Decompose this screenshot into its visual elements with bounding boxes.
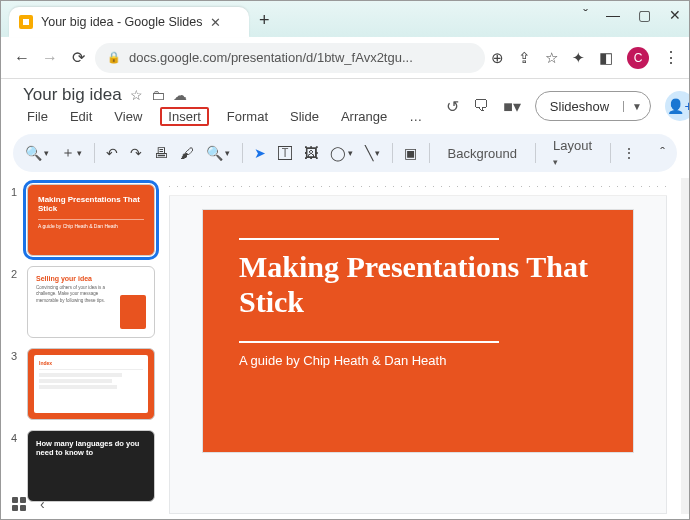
vertical-scrollbar[interactable] bbox=[681, 178, 689, 514]
book-graphic-icon bbox=[120, 295, 146, 329]
menu-format[interactable]: Format bbox=[223, 107, 272, 126]
lock-icon: 🔒 bbox=[107, 51, 121, 64]
workspace: 1 Making Presentations That Stick A guid… bbox=[1, 178, 689, 514]
shape-icon[interactable]: ◯▾ bbox=[330, 145, 353, 161]
hide-menus-icon[interactable]: ˆ bbox=[660, 145, 665, 161]
transition-icon[interactable]: ▣ bbox=[404, 145, 417, 161]
menu-more[interactable]: … bbox=[405, 107, 426, 126]
thumbnail-row[interactable]: 4 How many languages do you need to know… bbox=[11, 430, 161, 502]
close-window-button[interactable]: ✕ bbox=[669, 7, 681, 23]
star-icon[interactable]: ☆ bbox=[130, 87, 143, 103]
tab-title: Your big idea - Google Slides bbox=[41, 15, 202, 29]
menu-arrange[interactable]: Arrange bbox=[337, 107, 391, 126]
share-url-icon[interactable]: ⇪ bbox=[518, 49, 531, 67]
bookmark-icon[interactable]: ☆ bbox=[545, 49, 558, 67]
window-titlebar: Your big idea - Google Slides ✕ + ˇ — ▢ … bbox=[1, 1, 689, 37]
menu-slide[interactable]: Slide bbox=[286, 107, 323, 126]
chrome-menu-icon[interactable]: ⋮ bbox=[663, 48, 679, 67]
slide-thumbnail-3[interactable]: Index bbox=[27, 348, 155, 420]
horizontal-ruler bbox=[169, 178, 667, 196]
reload-button[interactable]: ⟳ bbox=[67, 48, 89, 67]
paint-format-icon[interactable]: 🖌 bbox=[180, 145, 194, 161]
back-button[interactable]: ← bbox=[11, 49, 33, 67]
profile-avatar[interactable]: C bbox=[627, 47, 649, 69]
new-slide-icon[interactable]: ＋▾ bbox=[61, 144, 82, 162]
menu-edit[interactable]: Edit bbox=[66, 107, 96, 126]
new-tab-button[interactable]: + bbox=[259, 10, 270, 31]
slide-thumbnail-1[interactable]: Making Presentations That Stick A guide … bbox=[27, 184, 155, 256]
person-plus-icon: 👤+ bbox=[667, 98, 690, 114]
divider-line bbox=[239, 238, 499, 240]
textbox-icon[interactable]: 🅃 bbox=[278, 145, 292, 161]
browser-omnibar: ← → ⟳ 🔒 docs.google.com/presentation/d/1… bbox=[1, 37, 689, 79]
layout-button[interactable]: Layout ▾ bbox=[547, 138, 598, 168]
move-icon[interactable]: 🗀 bbox=[151, 87, 165, 103]
grid-view-icon[interactable] bbox=[12, 497, 26, 511]
window-chevron-icon[interactable]: ˇ bbox=[583, 7, 588, 23]
slideshow-dropdown[interactable]: ▼ bbox=[623, 101, 650, 112]
forward-button[interactable]: → bbox=[39, 49, 61, 67]
thumb-number: 1 bbox=[11, 184, 21, 198]
browser-tab[interactable]: Your big idea - Google Slides ✕ bbox=[9, 7, 249, 37]
toolbar: 🔍▾ ＋▾ ↶ ↷ 🖶 🖌 🔍▾ ➤ 🅃 🖼 ◯▾ ╲▾ ▣ Backgroun… bbox=[13, 134, 677, 172]
canvas-column: Making Presentations That Stick A guide … bbox=[169, 178, 681, 514]
meet-icon[interactable]: ■▾ bbox=[503, 97, 521, 116]
select-tool-icon[interactable]: ➤ bbox=[254, 145, 266, 161]
slides-favicon-icon bbox=[19, 15, 33, 29]
undo-icon[interactable]: ↶ bbox=[106, 145, 118, 161]
print-icon[interactable]: 🖶 bbox=[154, 145, 168, 161]
thumb-number: 3 bbox=[11, 348, 21, 362]
history-icon[interactable]: ↺ bbox=[446, 97, 459, 116]
minimize-button[interactable]: — bbox=[606, 7, 620, 23]
thumbnail-row[interactable]: 3 Index bbox=[11, 348, 161, 420]
comments-icon[interactable]: 🗨 bbox=[473, 97, 489, 115]
search-tool-icon[interactable]: 🔍▾ bbox=[25, 145, 49, 161]
thumb-sheet: Index bbox=[34, 355, 148, 413]
address-bar[interactable]: 🔒 docs.google.com/presentation/d/1btw_fA… bbox=[95, 43, 485, 73]
thumb-number: 4 bbox=[11, 430, 21, 444]
sidepanel-icon[interactable]: ◧ bbox=[599, 49, 613, 67]
thumb-subtitle: A guide by Chip Heath & Dan Heath bbox=[38, 219, 144, 229]
bottom-left-controls: ‹ bbox=[12, 496, 45, 512]
close-tab-icon[interactable]: ✕ bbox=[210, 15, 221, 30]
line-icon[interactable]: ╲▾ bbox=[365, 145, 380, 161]
slide-thumbnail-2[interactable]: Selling your idea Convincing others of y… bbox=[27, 266, 155, 338]
slide-thumbnail-4[interactable]: How many languages do you need to know t… bbox=[27, 430, 155, 502]
slideshow-label: Slideshow bbox=[536, 99, 623, 114]
thumb-body: Convincing others of your idea is a chal… bbox=[36, 285, 108, 304]
extensions-icon[interactable]: ✦ bbox=[572, 49, 585, 67]
zoom-tool-icon[interactable]: 🔍▾ bbox=[206, 145, 230, 161]
slide-canvas-area[interactable]: Making Presentations That Stick A guide … bbox=[169, 196, 667, 514]
slide-subtitle[interactable]: A guide by Chip Heath & Dan Heath bbox=[239, 353, 605, 368]
divider-line bbox=[239, 341, 499, 343]
thumb-heading: Selling your idea bbox=[36, 275, 146, 282]
app-header: Your big idea ☆ 🗀 ☁ File Edit View Inser… bbox=[1, 79, 689, 126]
slide-title[interactable]: Making Presentations That Stick bbox=[239, 250, 605, 319]
thumbnail-row[interactable]: 1 Making Presentations That Stick A guid… bbox=[11, 184, 161, 256]
redo-icon[interactable]: ↷ bbox=[130, 145, 142, 161]
thumb-title: Making Presentations That Stick bbox=[38, 195, 144, 213]
slide-thumbnail-panel: 1 Making Presentations That Stick A guid… bbox=[1, 178, 169, 514]
background-button[interactable]: Background bbox=[442, 146, 523, 161]
share-button[interactable]: 👤+ bbox=[665, 91, 690, 121]
slide-canvas[interactable]: Making Presentations That Stick A guide … bbox=[203, 210, 633, 452]
document-title[interactable]: Your big idea bbox=[23, 85, 122, 105]
menu-file[interactable]: File bbox=[23, 107, 52, 126]
thumbnail-row[interactable]: 2 Selling your idea Convincing others of… bbox=[11, 266, 161, 338]
restore-button[interactable]: ▢ bbox=[638, 7, 651, 23]
zoom-icon[interactable]: ⊕ bbox=[491, 49, 504, 67]
collapse-panel-icon[interactable]: ‹ bbox=[40, 496, 45, 512]
menu-view[interactable]: View bbox=[110, 107, 146, 126]
thumb-text: How many languages do you need to know t… bbox=[36, 439, 146, 457]
more-tools-icon[interactable]: ⋮ bbox=[622, 145, 636, 161]
menu-bar: File Edit View Insert Format Slide Arran… bbox=[23, 107, 426, 126]
cloud-saved-icon: ☁ bbox=[173, 87, 187, 103]
thumb-number: 2 bbox=[11, 266, 21, 280]
url-text: docs.google.com/presentation/d/1btw_fAvx… bbox=[129, 50, 413, 65]
image-icon[interactable]: 🖼 bbox=[304, 145, 318, 161]
slideshow-button[interactable]: Slideshow ▼ bbox=[535, 91, 651, 121]
menu-insert[interactable]: Insert bbox=[160, 107, 209, 126]
thumb-heading: Index bbox=[39, 360, 143, 366]
